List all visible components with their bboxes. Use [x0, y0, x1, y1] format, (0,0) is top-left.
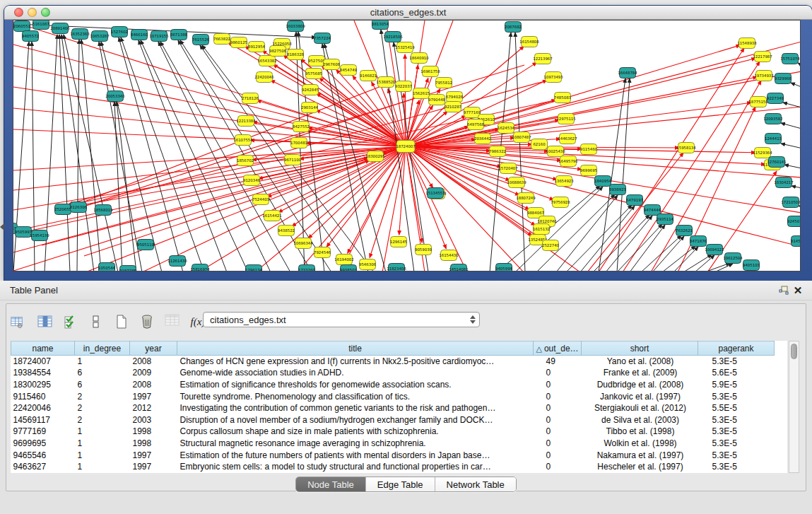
cell-in_degree[interactable]: 1 [75, 449, 130, 461]
cell-short[interactable]: de Silva et al. (2003) [582, 414, 698, 426]
cell-pagerank[interactable]: 5.3E-5 [698, 414, 775, 426]
cell-year[interactable]: 1997 [130, 390, 177, 402]
network-canvas[interactable]: 7663822986012589129541654338222420046271… [13, 20, 801, 271]
cell-year[interactable]: 2012 [130, 402, 177, 414]
cell-in_degree[interactable]: 1 [75, 356, 130, 368]
column-header-name[interactable]: name [11, 341, 75, 356]
cell-title[interactable]: Changes of HCN gene expression and I(f) … [177, 356, 534, 368]
cell-short[interactable]: Stergiakouli et al. (2012) [582, 402, 698, 414]
cell-in_degree[interactable]: 1 [75, 461, 130, 473]
table-settings-icon[interactable]: ⚙ [11, 313, 29, 331]
column-select-icon[interactable] [36, 313, 54, 331]
cell-in_degree[interactable]: 1 [75, 426, 130, 438]
table-row[interactable]: 2242004622012Investigating the contribut… [11, 402, 775, 414]
cell-out_degree[interactable]: 49 [534, 356, 582, 368]
cell-short[interactable]: Jankovic et al. (1997) [582, 390, 698, 402]
cell-pagerank[interactable]: 5.3E-5 [698, 356, 775, 368]
vertical-scrollbar[interactable] [789, 341, 799, 473]
cell-short[interactable]: Dudbridge et al. (2008) [582, 379, 698, 391]
tab-node-table[interactable]: Node Table [296, 477, 366, 491]
column-header-out_degree[interactable]: △out_de… [534, 341, 582, 356]
new-column-icon[interactable] [112, 313, 131, 331]
cell-pagerank[interactable]: 5.9E-5 [698, 379, 775, 391]
close-window-icon[interactable] [14, 8, 23, 17]
cell-out_degree[interactable]: 0 [534, 367, 582, 379]
cell-out_degree[interactable]: 0 [534, 390, 582, 402]
cell-title[interactable]: Estimation of the future numbers of pati… [177, 449, 534, 461]
cell-pagerank[interactable]: 5.5E-5 [698, 402, 775, 414]
column-header-pagerank[interactable]: pagerank [698, 341, 775, 356]
column-header-in_degree[interactable]: in_degree [75, 341, 130, 356]
table-row[interactable]: 1938455462009Genome-wide association stu… [11, 367, 775, 379]
table-row[interactable]: 911546021997Tourette syndrome. Phenomeno… [11, 390, 775, 402]
cell-title[interactable]: Tourette syndrome. Phenomenology and cla… [177, 390, 534, 402]
column-header-year[interactable]: year [130, 341, 177, 356]
delete-table-icon[interactable] [163, 313, 182, 331]
cell-in_degree[interactable]: 6 [75, 367, 130, 379]
tab-network-table[interactable]: Network Table [435, 477, 516, 491]
cell-title[interactable]: Corpus callosum shape and size in male p… [177, 426, 534, 438]
cell-title[interactable]: Genome-wide association studies in ADHD. [177, 367, 534, 379]
cell-name[interactable]: 9699695 [11, 438, 75, 450]
delete-column-icon[interactable] [138, 313, 156, 331]
cell-name[interactable]: 9463627 [11, 461, 75, 473]
cell-name[interactable]: 22420046 [11, 402, 75, 414]
table-row[interactable]: 977716911998Corpus callosum shape and si… [11, 426, 775, 438]
table-row[interactable]: 1830029562008Estimation of significance … [11, 379, 775, 391]
column-header-short[interactable]: short [582, 341, 698, 356]
column-header-title[interactable]: title [177, 341, 534, 356]
table-row[interactable]: 1872400712008Changes of HCN gene express… [11, 356, 775, 368]
cell-short[interactable]: Hescheler et al. (1997) [582, 461, 698, 473]
cell-short[interactable]: Franke et al. (2009) [582, 367, 698, 379]
zoom-window-icon[interactable] [41, 8, 50, 17]
cell-short[interactable]: Yano et al. (2008) [582, 356, 698, 368]
close-icon[interactable]: ✕ [791, 284, 805, 297]
cell-out_degree[interactable]: 0 [534, 426, 582, 438]
cell-pagerank[interactable]: 5.3E-5 [698, 449, 775, 461]
cell-out_degree[interactable]: 0 [534, 461, 582, 473]
cell-year[interactable]: 1998 [130, 438, 177, 450]
cell-year[interactable]: 2008 [130, 356, 177, 368]
cell-pagerank[interactable]: 5.3E-5 [698, 390, 775, 402]
cell-pagerank[interactable]: 5.3E-5 [698, 426, 775, 438]
cell-pagerank[interactable]: 5.3E-5 [698, 461, 775, 473]
table-row[interactable]: 946554611997Estimation of the future num… [11, 449, 775, 461]
cell-in_degree[interactable]: 2 [75, 402, 130, 414]
scrollbar-thumb[interactable] [791, 344, 797, 359]
table-row[interactable]: 946362711997Embryonic stem cells: a mode… [11, 461, 775, 473]
cell-title[interactable]: Disruption of a novel member of a sodium… [177, 414, 534, 426]
table-selector-dropdown[interactable]: citations_edges.txt [203, 312, 480, 327]
cell-title[interactable]: Embryonic stem cells: a model to study s… [177, 461, 534, 473]
panel-collapse-arrow[interactable] [0, 223, 4, 230]
cell-out_degree[interactable]: 0 [534, 438, 582, 450]
cell-name[interactable]: 9777169 [11, 426, 75, 438]
cell-name[interactable]: 9115460 [11, 390, 75, 402]
cell-out_degree[interactable]: 0 [534, 402, 582, 414]
cell-out_degree[interactable]: 0 [534, 449, 582, 461]
cell-pagerank[interactable]: 5.6E-5 [698, 367, 775, 379]
cell-out_degree[interactable]: 0 [534, 414, 582, 426]
cell-name[interactable]: 18300295 [11, 379, 75, 391]
cell-in_degree[interactable]: 6 [75, 379, 130, 391]
cell-short[interactable]: Tibbo et al. (1998) [582, 426, 698, 438]
table-row[interactable]: 969969511998Structural magnetic resonanc… [11, 438, 775, 450]
float-window-icon[interactable] [777, 284, 791, 297]
cell-year[interactable]: 1997 [130, 461, 177, 473]
cell-year[interactable]: 1997 [130, 449, 177, 461]
cell-in_degree[interactable]: 1 [75, 438, 130, 450]
cell-title[interactable]: Structural magnetic resonance image aver… [177, 438, 534, 450]
table-row[interactable]: 1456911722003Disruption of a novel membe… [11, 414, 775, 426]
cell-out_degree[interactable]: 0 [534, 379, 582, 391]
cell-name[interactable]: 9465546 [11, 449, 75, 461]
row-height-icon[interactable] [87, 313, 105, 331]
cell-title[interactable]: Investigating the contribution of common… [177, 402, 534, 414]
cell-pagerank[interactable]: 5.3E-5 [698, 438, 775, 450]
window-titlebar[interactable]: citations_edges.txt [4, 6, 812, 20]
cell-year[interactable]: 2009 [130, 367, 177, 379]
cell-short[interactable]: Wolkin et al. (1998) [582, 438, 698, 450]
tab-edge-table[interactable]: Edge Table [366, 477, 435, 491]
cell-name[interactable]: 18724007 [11, 356, 75, 368]
cell-year[interactable]: 2003 [130, 414, 177, 426]
cell-short[interactable]: Nakamura et al. (1997) [582, 449, 698, 461]
cell-name[interactable]: 14569117 [11, 414, 75, 426]
